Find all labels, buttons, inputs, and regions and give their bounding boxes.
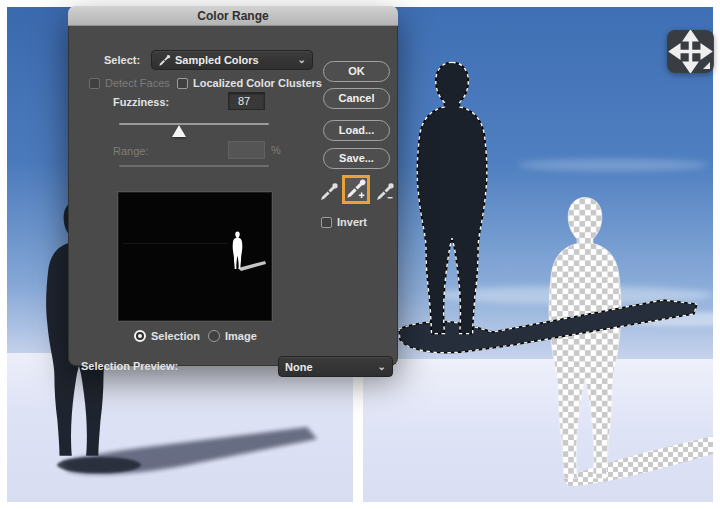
feet-shadow-left <box>57 457 141 473</box>
localized-clusters-checkbox[interactable] <box>177 78 188 89</box>
select-dropdown[interactable]: Sampled Colors ⌄ <box>151 50 313 70</box>
select-dropdown-value: Sampled Colors <box>175 54 259 66</box>
select-label: Select: <box>104 54 140 66</box>
fuzziness-input[interactable] <box>228 92 265 110</box>
cancel-button[interactable]: Cancel <box>323 88 390 109</box>
preview-horizon <box>123 243 228 244</box>
fuzziness-slider-track[interactable] <box>119 123 269 125</box>
selection-preview-thumbnail[interactable] <box>118 192 272 321</box>
detect-faces-checkbox <box>89 78 100 89</box>
selection-radio-label: Selection <box>151 330 200 342</box>
cloud-streak <box>518 159 708 171</box>
preview-white-figure <box>233 232 243 270</box>
detect-faces-label: Detect Faces <box>105 77 170 89</box>
image-radio-label: Image <box>225 330 257 342</box>
screenshot-frame: Color Range Select: Sampled Colors ⌄ Det… <box>0 0 720 509</box>
move-tool-badge[interactable] <box>667 30 714 73</box>
ground-right <box>363 359 713 502</box>
save-button[interactable]: Save... <box>323 148 390 169</box>
invert-checkbox[interactable] <box>321 217 332 228</box>
load-button[interactable]: Load... <box>323 120 390 141</box>
range-input <box>228 141 265 159</box>
image-radio[interactable] <box>208 330 220 342</box>
selection-preview-label: Selection Preview: <box>81 360 178 372</box>
eyedropper-plus-icon <box>345 178 367 200</box>
selection-radio[interactable] <box>134 330 146 342</box>
color-range-dialog: Color Range Select: Sampled Colors ⌄ Det… <box>68 6 398 366</box>
range-slider-track <box>119 165 269 167</box>
ok-button[interactable]: OK <box>323 61 390 82</box>
range-label: Range: <box>113 145 148 157</box>
eyedropper-icon <box>158 54 171 67</box>
eyedropper-add-highlight[interactable] <box>342 175 370 204</box>
preview-art <box>119 193 271 320</box>
selection-preview-dropdown[interactable]: None ⌄ <box>278 356 393 377</box>
eyedropper-sample-icon[interactable] <box>319 182 339 202</box>
eyedropper-minus-icon[interactable] <box>375 182 395 202</box>
range-unit: % <box>271 144 281 156</box>
chevron-down-icon: ⌄ <box>298 55 306 65</box>
right-photo-art <box>363 7 713 502</box>
dialog-body: Select: Sampled Colors ⌄ Detect Faces Lo… <box>68 26 398 366</box>
invert-label: Invert <box>337 216 367 228</box>
chevron-down-icon: ⌄ <box>378 362 386 372</box>
badge-corner-triangle <box>703 62 710 69</box>
selection-preview-value: None <box>285 361 313 373</box>
preview-shadow-streak <box>238 261 266 271</box>
dialog-titlebar[interactable]: Color Range <box>68 6 398 26</box>
localized-clusters-label: Localized Color Clusters <box>193 77 322 89</box>
canvas-right-half[interactable] <box>363 7 713 502</box>
fuzziness-label: Fuzziness: <box>113 96 169 108</box>
fuzziness-slider-thumb[interactable] <box>172 125 186 137</box>
